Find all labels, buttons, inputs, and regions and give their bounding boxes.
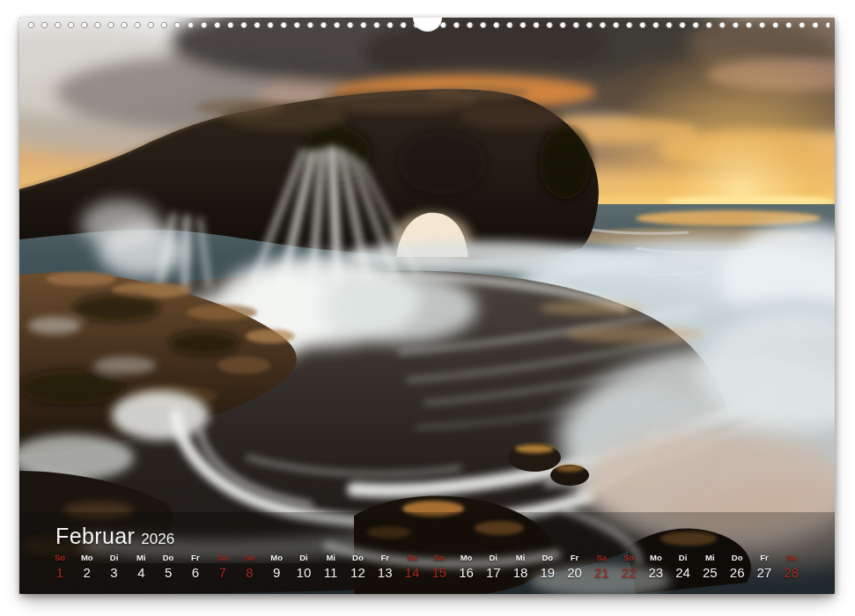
date-number: 20 bbox=[562, 565, 588, 580]
calendar-day: Fr6 bbox=[182, 553, 209, 580]
date-number: 14 bbox=[399, 565, 425, 580]
calendar-day: Sa28 bbox=[778, 553, 805, 580]
calendar-day: Sa21 bbox=[588, 553, 615, 580]
product-photo-stage: Februar2026 So1Mo2Di3Mi4Do5Fr6Sa7So8Mo9D… bbox=[0, 0, 855, 616]
calendar-day: Mo23 bbox=[643, 553, 669, 580]
calendar-day: So1 bbox=[47, 553, 73, 580]
landscape-photo bbox=[19, 18, 835, 594]
weekday-label: So bbox=[426, 553, 453, 563]
date-number: 8 bbox=[236, 565, 262, 580]
calendar-day: So8 bbox=[236, 553, 262, 580]
calendar-day: Mi4 bbox=[128, 553, 154, 580]
year-label: 2026 bbox=[141, 531, 174, 547]
date-number: 24 bbox=[670, 565, 697, 580]
weekday-label: Sa bbox=[778, 553, 805, 563]
date-number: 19 bbox=[534, 565, 561, 580]
calendar-day: Mi18 bbox=[507, 553, 534, 580]
weekday-label: Mo bbox=[453, 553, 479, 563]
calendar-day: Di3 bbox=[101, 553, 128, 580]
weekday-label: Mi bbox=[128, 553, 154, 563]
date-number: 27 bbox=[751, 565, 778, 580]
calendar-day: Fr20 bbox=[562, 553, 588, 580]
calendar-day: Mo9 bbox=[263, 553, 290, 580]
calendar-day: Mo16 bbox=[453, 553, 479, 580]
calendar-day: Mi11 bbox=[318, 553, 344, 580]
date-number: 23 bbox=[643, 565, 669, 580]
calendar-day: Di17 bbox=[480, 553, 506, 580]
date-number: 13 bbox=[372, 565, 398, 580]
weekday-label: So bbox=[615, 553, 642, 563]
calendar-day: Sa14 bbox=[399, 553, 425, 580]
calendar-day: Di24 bbox=[670, 553, 697, 580]
calendar-day: Do5 bbox=[155, 553, 181, 580]
date-number: 25 bbox=[697, 565, 723, 580]
date-number: 1 bbox=[47, 565, 73, 580]
weekday-label: Do bbox=[155, 553, 181, 563]
date-number: 11 bbox=[318, 565, 344, 580]
weekday-label: Di bbox=[480, 553, 506, 563]
date-number: 10 bbox=[291, 565, 317, 580]
calendar-day: Mo2 bbox=[74, 553, 100, 580]
weekday-label: Mo bbox=[643, 553, 669, 563]
weekday-label: Di bbox=[291, 553, 317, 563]
weekday-label: Fr bbox=[372, 553, 398, 563]
calendar-day: Sa7 bbox=[210, 553, 236, 580]
calendar-day: Fr27 bbox=[751, 553, 778, 580]
date-number: 7 bbox=[210, 565, 236, 580]
weekday-label: Fr bbox=[562, 553, 588, 563]
calendar-day: Do12 bbox=[344, 553, 371, 580]
calendar-page: Februar2026 So1Mo2Di3Mi4Do5Fr6Sa7So8Mo9D… bbox=[19, 18, 835, 594]
calendar-day: Fr13 bbox=[372, 553, 398, 580]
weekday-label: So bbox=[47, 553, 73, 563]
calendar-strip: Februar2026 So1Mo2Di3Mi4Do5Fr6Sa7So8Mo9D… bbox=[19, 512, 835, 594]
weekday-label: Sa bbox=[588, 553, 615, 563]
calendar-day-grid: So1Mo2Di3Mi4Do5Fr6Sa7So8Mo9Di10Mi11Do12F… bbox=[47, 553, 805, 580]
weekday-label: Sa bbox=[210, 553, 236, 563]
date-number: 9 bbox=[263, 565, 290, 580]
date-number: 12 bbox=[344, 565, 371, 580]
calendar-day: So22 bbox=[615, 553, 642, 580]
date-number: 17 bbox=[480, 565, 506, 580]
calendar-day: Di10 bbox=[291, 553, 317, 580]
calendar-day: Do19 bbox=[534, 553, 561, 580]
weekday-label: Mo bbox=[263, 553, 290, 563]
weekday-label: Fr bbox=[751, 553, 778, 563]
weekday-label: Mi bbox=[318, 553, 344, 563]
date-number: 21 bbox=[588, 565, 615, 580]
date-number: 2 bbox=[74, 565, 100, 580]
date-number: 26 bbox=[724, 565, 750, 580]
weekday-label: Mi bbox=[697, 553, 723, 563]
weekday-label: Do bbox=[724, 553, 750, 563]
date-number: 28 bbox=[778, 565, 805, 580]
month-label: Februar bbox=[55, 524, 135, 548]
calendar-day: So15 bbox=[426, 553, 453, 580]
weekday-label: Sa bbox=[399, 553, 425, 563]
date-number: 5 bbox=[155, 565, 181, 580]
date-number: 22 bbox=[615, 565, 642, 580]
calendar-day: Mi25 bbox=[697, 553, 723, 580]
date-number: 6 bbox=[182, 565, 209, 580]
calendar-title: Februar2026 bbox=[55, 524, 174, 549]
weekday-label: Mi bbox=[507, 553, 534, 563]
date-number: 4 bbox=[128, 565, 154, 580]
date-number: 18 bbox=[507, 565, 534, 580]
weekday-label: Di bbox=[670, 553, 697, 563]
weekday-label: Fr bbox=[182, 553, 209, 563]
weekday-label: Mo bbox=[74, 553, 100, 563]
date-number: 16 bbox=[453, 565, 479, 580]
calendar-day: Do26 bbox=[724, 553, 750, 580]
date-number: 3 bbox=[101, 565, 128, 580]
weekday-label: Di bbox=[101, 553, 128, 563]
weekday-label: Do bbox=[534, 553, 561, 563]
weekday-label: Do bbox=[344, 553, 371, 563]
weekday-label: So bbox=[236, 553, 262, 563]
date-number: 15 bbox=[426, 565, 453, 580]
